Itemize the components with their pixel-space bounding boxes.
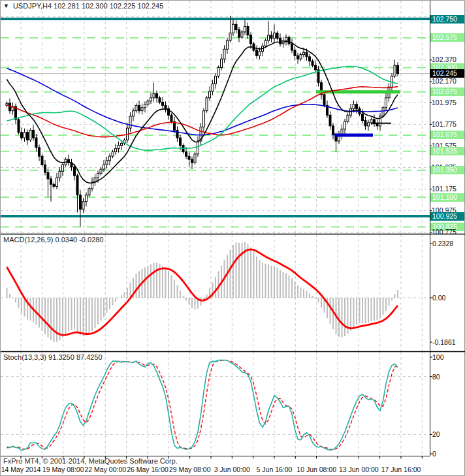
- stochastic-panel[interactable]: [1, 352, 430, 456]
- main-price-panel[interactable]: [1, 1, 430, 233]
- time-axis-label: 17 Jun 16:00: [381, 466, 421, 473]
- stochastic-axis-tick: 20: [432, 430, 440, 438]
- time-axis-label: 3 Jun 00:00: [214, 466, 250, 473]
- stochastic-k-line: [7, 360, 398, 451]
- price-label-plain: 101.975: [432, 99, 457, 107]
- mt4-chart-window: ▼ USDJPY,H4 102.281 102.300 102.225 102.…: [0, 0, 465, 476]
- price-label-teal: 100.925: [430, 212, 464, 221]
- macd-axis-tick: 0.00: [432, 294, 445, 302]
- stochastic-axis-tick: 80: [432, 373, 440, 381]
- price-label-green: 102.075: [430, 87, 464, 96]
- ma-black-fast: [7, 41, 398, 183]
- ma-blue-slow: [7, 69, 398, 135]
- macd-axis-tick: 0.2328: [432, 240, 453, 247]
- macd-histogram: [7, 242, 399, 342]
- price-label-plain: 101.775: [432, 120, 457, 129]
- price-label-plain: 100.775: [432, 228, 457, 236]
- time-axis-label: 14 May 2014: [1, 466, 41, 473]
- chart-canvas[interactable]: [1, 1, 465, 476]
- price-label-plain: 101.175: [432, 185, 457, 193]
- price-label-teal: 102.750: [430, 15, 464, 24]
- price-label-green: 101.100: [430, 193, 464, 202]
- time-axis-label: 26 May 16:00: [127, 466, 168, 473]
- stochastic-axis-tick: 100: [432, 353, 444, 361]
- time-axis-label: 5 Jun 16:00: [257, 466, 293, 473]
- price-label-green: 101.675: [430, 131, 464, 139]
- macd-panel[interactable]: [1, 234, 430, 351]
- time-axis-label: 29 May 08:00: [169, 466, 211, 473]
- price-label-green: 101.525: [430, 147, 464, 155]
- price-label-green: 101.350: [430, 166, 464, 174]
- candlesticks: [6, 16, 399, 227]
- time-axis-label: 10 Jun 08:00: [297, 466, 336, 473]
- macd-axis-tick: -0.1861: [432, 338, 456, 346]
- time-axis-label: 13 Jun 00:00: [339, 466, 379, 473]
- time-axis-label: 19 May 08:00: [42, 466, 84, 473]
- price-label-plain: 102.170: [432, 77, 457, 86]
- price-label-current: 102.245: [430, 69, 464, 78]
- stochastic-axis-tick: 0: [432, 450, 436, 458]
- price-label-green: 102.575: [430, 33, 464, 42]
- time-axis-label: 22 May 00:00: [84, 466, 126, 473]
